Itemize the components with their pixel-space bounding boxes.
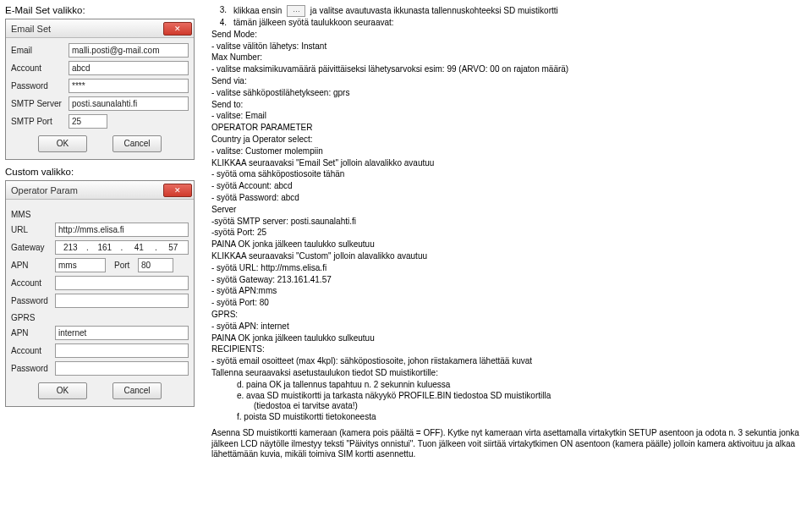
instruction-line: GPRS: [211, 310, 804, 321]
browse-icon [287, 5, 305, 17]
instruction-line: - syötä Account: abcd [211, 181, 804, 192]
gateway-octet-1[interactable]: 213 [56, 241, 85, 254]
instruction-line: - valitse: Email [211, 111, 804, 122]
cancel-button[interactable]: Cancel [112, 135, 162, 152]
gprs-password-field[interactable] [55, 361, 189, 376]
instruction-line: - valitse sähköpostilähetykseen: gprs [211, 88, 804, 99]
instruction-line: - valitse: Customer molempiin [211, 146, 804, 157]
url-field[interactable]: http://mms.elisa.fi [55, 223, 189, 237]
custom-heading: Custom valikko: [5, 167, 203, 177]
apn-field[interactable]: mms [55, 258, 106, 272]
mms-port-field[interactable]: 80 [138, 258, 173, 272]
instruction-line: - syötä APN: internet [211, 321, 804, 332]
url-label: URL [11, 225, 55, 234]
password-field[interactable]: **** [69, 79, 189, 93]
instruction-line: KLIKKAA seuraavaksi "Email Set" jolloin … [211, 158, 804, 169]
gateway-label: Gateway [11, 243, 55, 252]
operator-param-dialog: Operator Param MMS URL http://mms.elisa.… [5, 180, 195, 407]
instruction-line: Tallenna seuraavaksi asetustaulukon tied… [211, 368, 804, 379]
instruction-line: - syötä Password: abcd [211, 193, 804, 204]
step-3-number: 3. [211, 5, 227, 16]
mms-account-label: Account [11, 278, 55, 288]
instruction-line: RECIPIENTS: [211, 344, 804, 355]
instruction-line: KLIKKAA seuraavaksi "Custom" jolloin ala… [211, 251, 804, 262]
instruction-line: -syötä SMTP server: posti.saunalahti.fi [211, 217, 804, 228]
instruction-line: -syötä Port: 25 [211, 228, 804, 239]
gprs-apn-field[interactable]: internet [55, 326, 189, 340]
substep-e-note: (tiedostoa ei tarvitse avata!) [254, 401, 804, 412]
gprs-password-label: Password [11, 364, 55, 373]
smtp-server-field[interactable]: posti.saunalahti.fi [69, 96, 189, 111]
step-3-text-a: klikkaa ensin [233, 6, 282, 15]
step-4-number: 4. [211, 18, 227, 29]
substep-d: d. paina OK ja tallennus tapahtuu n. 2 s… [237, 380, 804, 391]
instructions-text: 3. klikkaa ensin ja valitse avautuvasta … [203, 0, 812, 511]
step-3-text: klikkaa ensin ja valitse avautuvasta ikk… [233, 5, 558, 17]
email-dialog-title: Email Set [11, 24, 51, 34]
email-label: Email [11, 46, 69, 55]
final-paragraph: Asenna SD muistikortti kameraan (kamera … [211, 428, 804, 460]
gateway-octet-4[interactable]: 57 [159, 241, 189, 254]
instruction-line: Country ja Operator select: [211, 135, 804, 146]
instruction-line: - syötä email osoitteet (max 4kpl): sähk… [211, 356, 804, 367]
ok-button[interactable]: OK [38, 382, 87, 399]
email-set-dialog: Email Set Email malli.posti@g-mail.com A… [5, 19, 195, 160]
instruction-line: OPERATOR PARAMETER [211, 123, 804, 134]
mms-password-field[interactable] [55, 294, 189, 308]
mms-account-field[interactable] [55, 276, 189, 290]
step-4-text: tämän jälkeen syötä taulukkoon seuraavat… [233, 18, 394, 29]
smtp-port-field[interactable]: 25 [69, 114, 107, 129]
instruction-line: PAINA OK jonka jälkeen taulukko sulkeutu… [211, 239, 804, 250]
gprs-account-field[interactable] [55, 343, 189, 358]
smtp-port-label: SMTP Port [11, 117, 69, 126]
instruction-line: - syötä Port: 80 [211, 298, 804, 309]
instruction-line: Send to: [211, 100, 804, 111]
gprs-section-heading: GPRS [11, 313, 189, 322]
gateway-octet-2[interactable]: 161 [91, 241, 120, 254]
instruction-line: - syötä oma sähköpostiosoite tähän [211, 169, 804, 180]
substep-e: e. avaa SD muistikortti ja tarkasta näky… [237, 391, 804, 402]
smtp-server-label: SMTP Server [11, 99, 69, 108]
instruction-line: - syötä URL: http://mms.elisa.fi [211, 263, 804, 274]
mms-section-heading: MMS [11, 210, 189, 219]
cancel-button[interactable]: Cancel [112, 382, 162, 399]
instruction-line: - syötä APN:mms [211, 286, 804, 297]
instruction-line: Send via: [211, 76, 804, 87]
instruction-line: Send Mode: [211, 30, 804, 41]
gateway-field[interactable]: 213. 161. 41. 57 [55, 240, 189, 255]
gprs-account-label: Account [11, 346, 55, 355]
instruction-line: - syötä Gateway: 213.161.41.57 [211, 275, 804, 286]
gateway-octet-3[interactable]: 41 [124, 241, 154, 254]
email-field[interactable]: malli.posti@g-mail.com [69, 43, 189, 58]
substep-f: f. poista SD muistikortti tietokoneesta [237, 412, 804, 423]
step-3-text-b: ja valitse avautuvasta ikkunasta tallenn… [310, 6, 558, 15]
instruction-line: PAINA OK jonka jälkeen taulukko sulkeutu… [211, 333, 804, 344]
ok-button[interactable]: OK [38, 135, 87, 152]
gprs-apn-label: APN [11, 328, 55, 338]
mms-port-label: Port [114, 261, 138, 270]
mms-password-label: Password [11, 296, 55, 305]
instruction-line: - valitse välitön lähetys: Instant [211, 41, 804, 52]
email-set-heading: E-Mail Set valikko: [5, 5, 203, 15]
account-field[interactable]: abcd [69, 61, 189, 75]
operator-dialog-title: Operator Param [11, 185, 78, 195]
apn-label: APN [11, 261, 55, 270]
account-label: Account [11, 63, 69, 73]
instruction-line: Server [211, 205, 804, 216]
instruction-line: Max Number: [211, 52, 804, 63]
close-icon[interactable] [163, 184, 192, 197]
password-label: Password [11, 81, 69, 91]
instruction-line: - valitse maksimikuvamäärä päivittäiseks… [211, 64, 804, 75]
close-icon[interactable] [163, 22, 192, 36]
